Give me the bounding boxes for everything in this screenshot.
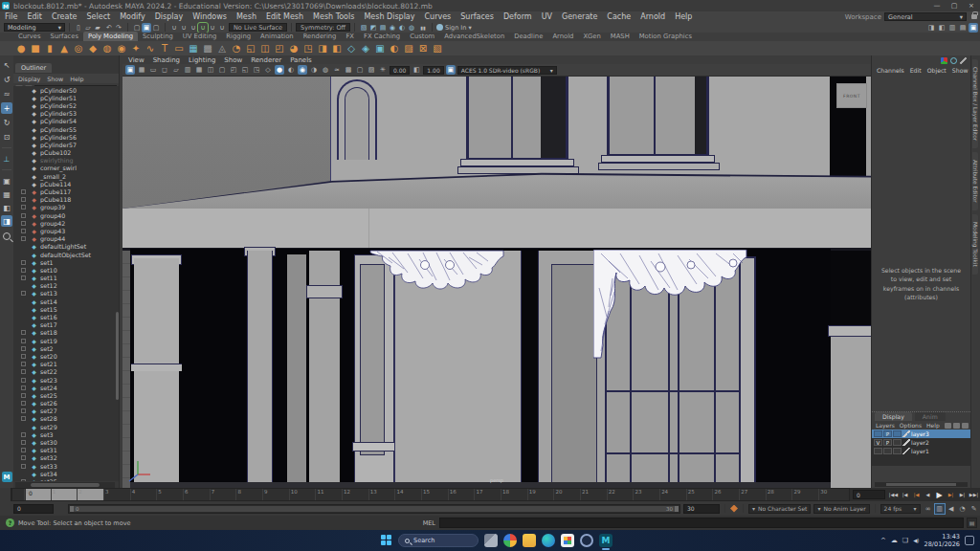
set-key-icon[interactable]: ✎	[969, 504, 979, 514]
outliner-item[interactable]: ◆ set17	[13, 321, 119, 329]
render-view-icon[interactable]: ▧	[359, 23, 368, 33]
time-editor-icon[interactable]: ◔	[958, 504, 968, 514]
outliner-item[interactable]: ◆ pCylinder56	[13, 133, 119, 141]
snap-curve-icon[interactable]: ∪	[179, 23, 189, 33]
outliner-item[interactable]: ◆ set1	[13, 258, 119, 266]
colorspace-select[interactable]: ACES 1.0 SDR-video (sRGB)▾	[457, 66, 557, 75]
shelf-tab[interactable]: Rigging	[221, 32, 256, 41]
platonic-icon[interactable]: ✦	[130, 43, 142, 55]
safe-action-icon[interactable]: ◳	[252, 65, 261, 75]
outliner-checkbox[interactable]	[21, 393, 26, 398]
viewport-menu-item[interactable]: Lighting	[189, 56, 215, 64]
gamma-icon[interactable]: ◧	[412, 65, 421, 75]
menu-item[interactable]: Display	[150, 12, 189, 21]
notification-center-icon[interactable]	[965, 536, 974, 545]
menu-item[interactable]: File	[0, 12, 22, 21]
attribute-editor-toggle-icon[interactable]: ◨	[926, 23, 936, 33]
outliner-item[interactable]: ◆ set24	[13, 384, 119, 391]
current-time-field[interactable]: 0	[853, 490, 885, 499]
minimize-button[interactable]: —	[928, 2, 946, 10]
shelf-tab[interactable]: MASH	[606, 32, 635, 41]
workspace-select[interactable]: General▾	[884, 12, 967, 21]
outliner-item[interactable]: ◆ set22	[13, 368, 119, 376]
outliner-item[interactable]: ◆ pCube114	[13, 180, 119, 187]
file-explorer-icon[interactable]	[523, 534, 536, 547]
outliner-item[interactable]: ◆ set19	[13, 337, 119, 344]
outliner-item[interactable]: ◆ set18	[13, 329, 119, 337]
outliner-checkbox[interactable]	[21, 440, 26, 445]
column-3-capital[interactable]	[306, 285, 343, 298]
outliner-checkbox[interactable]	[21, 354, 26, 359]
outliner-item[interactable]: ◆ pCylinder51	[13, 94, 119, 101]
maximize-button[interactable]: ▢	[946, 2, 963, 10]
auto-keyframe-icon[interactable]	[730, 505, 738, 513]
outliner-item[interactable]: ◆ set12	[13, 282, 119, 290]
workspace-reset-icon[interactable]: ▣	[969, 23, 978, 33]
recessed-wall[interactable]	[287, 254, 306, 488]
shelf-tab[interactable]: UV Editing	[178, 32, 221, 41]
outliner-item[interactable]: ◆ pCube118	[13, 196, 119, 204]
tray-chevron-icon[interactable]: ^	[880, 537, 886, 544]
maya-taskbar-icon[interactable]: M	[599, 534, 612, 547]
layer-display-cell[interactable]	[893, 439, 902, 446]
bookmark-icon[interactable]: ▭	[148, 65, 158, 75]
outliner-item[interactable]: ◆ corner_swirl	[13, 165, 119, 172]
outliner-item[interactable]: ◆ group44	[13, 235, 119, 243]
right-pilaster[interactable]	[831, 337, 871, 488]
door-recess[interactable]	[522, 251, 538, 488]
snap-surface-icon[interactable]: ∪	[217, 23, 227, 33]
tab-modeling-toolkit[interactable]: Modeling Toolkit	[972, 214, 978, 275]
outliner-item[interactable]: ◆ set20	[13, 352, 119, 360]
panel-inner[interactable]	[360, 264, 385, 455]
live-surface-field[interactable]: No Live Surface	[229, 23, 287, 32]
range-slider-track[interactable]: 0 30	[68, 504, 680, 514]
menu-item[interactable]: Create	[47, 12, 82, 21]
wireframe-mode-icon[interactable]: ◇	[263, 65, 273, 75]
ambient-occlusion-icon[interactable]: ◍	[321, 65, 330, 75]
outliner-item[interactable]: ◆ set33	[13, 462, 119, 470]
new-scene-icon[interactable]: ▯	[74, 23, 83, 33]
grid-toggle-icon[interactable]: ▦	[194, 65, 204, 75]
shelf-tab[interactable]: Surfaces	[46, 32, 83, 41]
outliner-item[interactable]: ◆ pCylinder52	[13, 101, 119, 109]
outliner-checkbox[interactable]	[21, 197, 26, 202]
save-scene-icon[interactable]: ▰	[93, 23, 102, 33]
outliner-item[interactable]: ◆ set35	[13, 477, 119, 481]
select-hierarchy-icon[interactable]: ▢	[132, 23, 142, 33]
channel-box-menu-item[interactable]: Edit	[910, 67, 922, 74]
outliner-item[interactable]: ◆ defaultLightSet	[13, 243, 119, 251]
outliner-checkbox[interactable]	[21, 369, 26, 374]
shelf-tab[interactable]: Rendering	[299, 32, 342, 41]
layer-playback-cell[interactable]: P	[883, 439, 892, 446]
outliner-checkbox[interactable]	[21, 455, 26, 460]
ipr-render-icon[interactable]: ◩	[368, 23, 378, 33]
undo-icon[interactable]: ↶	[104, 23, 114, 33]
outliner-checkbox[interactable]	[21, 346, 26, 351]
menu-item[interactable]: Mesh Tools	[308, 12, 359, 21]
tool-settings-toggle-icon[interactable]: ◧	[937, 23, 947, 33]
grease-pencil-icon[interactable]: ▥	[183, 65, 192, 75]
close-button[interactable]: ×	[963, 2, 980, 10]
shelf-tab[interactable]: FX	[341, 32, 359, 41]
isolate-select-icon[interactable]: ▢	[355, 65, 365, 75]
outliner-item[interactable]: ◆ set15	[13, 305, 119, 313]
volume-icon[interactable]: ◀)	[913, 538, 919, 543]
shelf-tab[interactable]: FX Caching	[359, 32, 405, 41]
look-dev-icon[interactable]: ◍	[407, 23, 416, 33]
viewport-menu-item[interactable]: Panels	[290, 56, 312, 64]
loop-toggle-icon[interactable]: ∞	[924, 504, 933, 514]
image-plane-icon[interactable]: ◻	[160, 65, 169, 75]
outliner-item[interactable]: ◆ set30	[13, 438, 119, 446]
menu-item[interactable]: Windows	[188, 12, 232, 21]
outliner-item[interactable]: ◆ set16	[13, 313, 119, 320]
layer-editor-tab[interactable]: Display	[875, 412, 912, 421]
range-handle-left[interactable]	[70, 506, 74, 512]
arched-window[interactable]	[337, 79, 377, 160]
task-view-icon[interactable]	[484, 534, 498, 547]
outliner-checkbox[interactable]	[21, 339, 26, 343]
menu-item[interactable]: Mesh	[232, 12, 261, 21]
animation-preferences-icon[interactable]: ▥	[935, 504, 945, 514]
poly-sphere-icon[interactable]: ●	[15, 43, 27, 55]
fps-select[interactable]: 24 fps▾	[880, 504, 921, 514]
awning-top-surface[interactable]	[122, 174, 871, 209]
